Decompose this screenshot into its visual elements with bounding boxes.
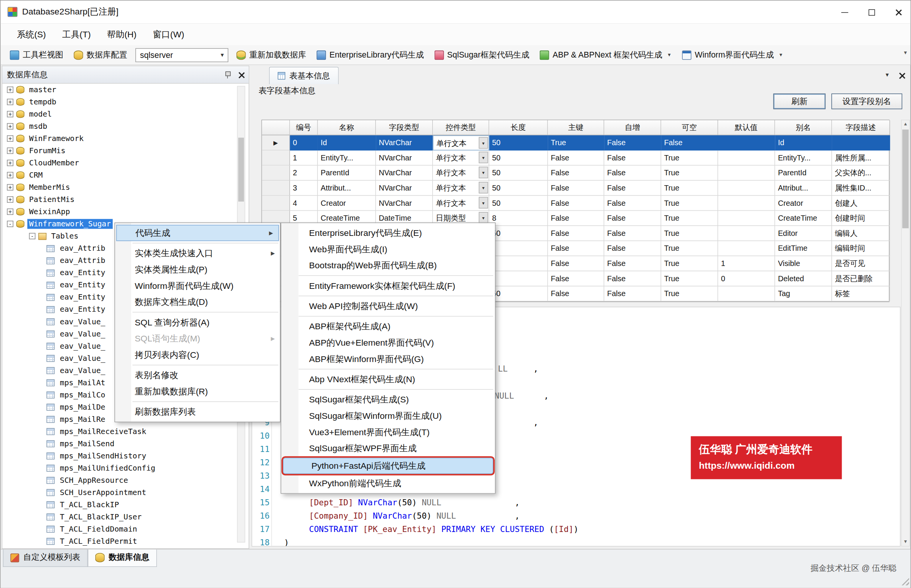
submenu-item-16[interactable]: Vue3+Element界面代码生成(T) xyxy=(281,424,495,441)
column-header-10[interactable]: 字段描述 xyxy=(832,120,890,136)
cell-desc[interactable]: 创建人 xyxy=(832,196,890,211)
cell-type[interactable]: NVarChar xyxy=(376,135,433,150)
column-header-1[interactable]: 名称 xyxy=(318,120,376,136)
menubar-item-2[interactable]: 帮助(H) xyxy=(107,29,136,40)
expand-toggle-icon[interactable]: - xyxy=(29,233,36,239)
cell-def[interactable] xyxy=(718,165,775,181)
tree-database-model[interactable]: +model xyxy=(2,108,237,120)
cell-control[interactable]: 单行文本▼ xyxy=(433,181,489,196)
cell-len[interactable]: 50 xyxy=(489,150,548,166)
column-header-0[interactable]: 编号 xyxy=(290,120,318,136)
cell-def[interactable] xyxy=(718,286,775,301)
cell-len[interactable]: 50 xyxy=(489,286,548,301)
cell-alias[interactable]: ParentId xyxy=(775,165,832,181)
column-header-3[interactable]: 控件类型 xyxy=(433,120,489,136)
menubar-item-1[interactable]: 工具(T) xyxy=(62,29,91,40)
context-menu-item-3[interactable]: 实体类属性生成(P) xyxy=(115,262,280,278)
set-field-alias-button[interactable]: 设置字段别名 xyxy=(831,94,902,109)
toolbar-button[interactable]: 数据库配置 xyxy=(71,48,129,62)
column-header-7[interactable]: 可空 xyxy=(661,120,718,136)
tree-database-WeixinApp[interactable]: +WeixinApp xyxy=(2,206,237,218)
tree-node-label[interactable]: mps_MailUnifiedConfig xyxy=(58,463,157,473)
submenu-item-2[interactable]: Bootstrap的Web界面代码生成(B) xyxy=(281,257,495,274)
tree-node-label[interactable]: CRM xyxy=(27,170,45,180)
cell-name[interactable]: EntityTy... xyxy=(318,150,376,166)
submenu-item-4[interactable]: EntityFramework实体框架代码生成(F) xyxy=(281,278,495,294)
tree-node-label[interactable]: mps_MailDe xyxy=(58,402,107,412)
cell-inc[interactable]: False xyxy=(604,271,661,287)
submenu-item-18[interactable]: Python+FastApi后端代码生成 xyxy=(283,458,493,474)
expand-toggle-icon[interactable]: + xyxy=(7,99,13,105)
row-selector[interactable] xyxy=(262,165,290,181)
tree-node-label[interactable]: eav_Value_ xyxy=(58,353,107,363)
tree-node-label[interactable]: mps_MailReceiveTask xyxy=(58,426,148,436)
cell-control[interactable]: 单行文本▼ xyxy=(433,196,489,211)
cell-type[interactable]: NVarChar xyxy=(376,196,433,211)
cell-control[interactable]: 单行文本▼ xyxy=(433,150,489,166)
submenu-item-19[interactable]: WxPython前端代码生成 xyxy=(281,475,495,491)
cell-alias[interactable]: Tag xyxy=(775,286,832,301)
tree-node-label[interactable]: master xyxy=(27,85,58,95)
cell-desc[interactable]: 标签 xyxy=(832,286,890,301)
toolbar-button[interactable]: ABP & ABPNext 框架代码生成▼ xyxy=(538,48,674,62)
cell-alias[interactable]: CreateTime xyxy=(775,211,832,226)
cell-desc[interactable]: 编辑人 xyxy=(832,226,890,241)
expand-toggle-icon[interactable]: + xyxy=(7,208,13,215)
tree-node-label[interactable]: eav_Entity xyxy=(58,280,107,290)
tree-node-label[interactable]: eav_Entity xyxy=(58,292,107,302)
tree-database-tempdb[interactable]: +tempdb xyxy=(2,96,237,108)
tree-node-label[interactable]: eav_Entity xyxy=(58,268,107,278)
cell-desc[interactable]: 创建时间 xyxy=(832,211,890,226)
cell-len[interactable]: 50 xyxy=(489,165,548,181)
main-vertical-scrollbar[interactable]: ▲ ▼ xyxy=(901,120,910,546)
dropdown-icon[interactable]: ▼ xyxy=(479,137,488,149)
scroll-down-icon[interactable]: ▼ xyxy=(902,538,909,546)
dropdown-icon[interactable]: ▼ xyxy=(479,152,488,163)
cell-alias[interactable]: Id xyxy=(775,135,832,150)
cell-inc[interactable]: False xyxy=(604,181,661,196)
column-header-4[interactable]: 长度 xyxy=(489,120,548,136)
tree-database-CRM[interactable]: +CRM xyxy=(2,169,237,181)
expand-toggle-icon[interactable]: - xyxy=(7,221,13,227)
bottom-tab-0[interactable]: 自定义模板列表 xyxy=(3,549,88,567)
column-header-9[interactable]: 别名 xyxy=(775,120,832,136)
tree-node-label[interactable]: T_ACL_FieldPermit xyxy=(58,536,139,546)
cell-len[interactable]: 50 xyxy=(489,181,548,196)
tree-database-WinFramework[interactable]: +WinFramework xyxy=(2,132,237,145)
cell-pk[interactable]: False xyxy=(548,241,604,257)
cell-control[interactable]: 单行文本▼ xyxy=(433,165,489,181)
tree-database-PatientMis[interactable]: +PatientMis xyxy=(2,194,237,206)
cell-pk[interactable]: False xyxy=(548,211,604,226)
dropdown-icon[interactable]: ▼ xyxy=(479,212,488,223)
tree-node-label[interactable]: mps_MailSend xyxy=(58,439,116,449)
cell-desc[interactable]: 编辑时间 xyxy=(832,241,890,257)
tree-table-20[interactable]: SCH_UserAppointment xyxy=(2,486,237,498)
toolbar-button[interactable]: 重新加载数据库 xyxy=(234,48,309,62)
context-menu-item-14[interactable]: 刷新数据库列表 xyxy=(115,404,280,420)
cell-def[interactable] xyxy=(718,181,775,196)
row-selector[interactable]: ▶ xyxy=(262,135,290,150)
chevron-down-icon[interactable]: ▼ xyxy=(220,52,225,58)
tree-node-label[interactable]: Winframework_Sugar xyxy=(27,219,113,229)
tree-table-21[interactable]: T_ACL_BlackIP xyxy=(2,498,237,510)
expand-toggle-icon[interactable]: + xyxy=(7,184,13,191)
refresh-button[interactable]: 刷新 xyxy=(774,94,825,109)
cell-control[interactable]: 单行文本▼ xyxy=(433,135,489,150)
tree-node-label[interactable]: eav_Value_ xyxy=(58,341,107,351)
database-type-combobox[interactable]: sqlserver ▼ xyxy=(135,48,228,62)
dropdown-icon[interactable]: ▼ xyxy=(479,166,488,178)
submenu-item-17[interactable]: SqlSugar框架WPF界面生成 xyxy=(281,440,495,457)
cell-pk[interactable]: False xyxy=(548,271,604,287)
cell-nul[interactable]: True xyxy=(661,150,718,166)
dropdown-icon[interactable]: ▼ xyxy=(479,197,488,208)
tree-node-label[interactable]: CloudMember xyxy=(27,158,81,168)
tree-node-label[interactable]: tempdb xyxy=(27,97,58,107)
column-header-5[interactable]: 主键 xyxy=(548,120,604,136)
tree-node-label[interactable]: mps_MailAt xyxy=(58,378,107,388)
context-menu-item-5[interactable]: 数据库文档生成(D) xyxy=(115,294,280,310)
tree-database-MemberMis[interactable]: +MemberMis xyxy=(2,181,237,194)
tree-node-label[interactable]: eav_Value_ xyxy=(58,317,107,326)
cell-inc[interactable]: False xyxy=(604,211,661,226)
cell-desc[interactable]: 是否可见 xyxy=(832,256,890,271)
cell-len[interactable]: 50 xyxy=(489,196,548,211)
